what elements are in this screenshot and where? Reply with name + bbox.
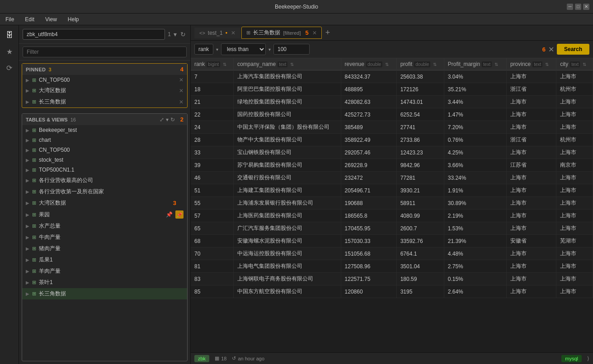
cell-profit-margin: 0.15% xyxy=(444,273,506,285)
table-row[interactable]: 21 绿地控股集团股份有限公司 428082.63 14743.01 3.44%… xyxy=(191,96,593,108)
grid-icon: ⊞ xyxy=(32,77,36,83)
pin-button[interactable]: 📌 xyxy=(175,210,184,219)
maximize-button[interactable]: □ xyxy=(575,4,581,10)
expand-all-icon[interactable]: ⤢ xyxy=(160,117,164,123)
table-row[interactable]: 51 上海建工集团股份有限公司 205496.71 3930.21 1.91% … xyxy=(191,184,593,197)
table-item[interactable]: ▶ ⊞ 水产总量 xyxy=(22,220,187,232)
expand-icon: ▶ xyxy=(26,201,29,205)
menu-view[interactable]: View xyxy=(43,15,59,23)
table-row[interactable]: 7 上海汽车集团股份有限公司 843324.37 25603.38 3.04% … xyxy=(191,70,593,83)
table-row[interactable]: 70 中远海运控股股份有限公司 151056.68 6764.1 4.48% 上… xyxy=(191,247,593,260)
sort-icon[interactable]: ⇅ xyxy=(223,62,226,67)
sort-icon[interactable]: ⇅ xyxy=(385,62,389,67)
table-row[interactable]: 39 苏宁易购集团股份有限公司 269228.9 9842.96 3.66% 江… xyxy=(191,159,593,172)
minimize-button[interactable]: ─ xyxy=(567,4,573,10)
db-refresh-button[interactable]: ↻ xyxy=(179,30,187,39)
col-rank: rank bigint ⇅ xyxy=(191,58,233,70)
col-name: rank xyxy=(194,61,205,67)
search-button[interactable]: Search xyxy=(557,44,589,55)
table-item[interactable]: ▶ ⊞ 猪肉产量 xyxy=(22,243,187,254)
pinned-item-cn-top500[interactable]: ▶ ⊞ CN_TOP500 ✕ xyxy=(22,75,187,85)
table-item[interactable]: ▶ ⊞ stock_test xyxy=(22,155,187,165)
cell-province: 上海市 xyxy=(506,260,556,273)
table-item[interactable]: ▶ ⊞ 各行业营收第一及所在国家 xyxy=(22,186,187,197)
cell-city: 上海市 xyxy=(556,70,593,83)
database-select[interactable]: zbk_utf8mb4 xyxy=(23,29,165,40)
history-icon[interactable]: ⟳ xyxy=(3,61,16,74)
sort-icon[interactable]: ⇅ xyxy=(494,62,498,67)
sidebar-filter-input[interactable] xyxy=(23,47,187,57)
database-icon[interactable]: 🗄 xyxy=(3,29,16,42)
pinned-item-changsan[interactable]: ▶ ⊞ 长三角数据 ✕ xyxy=(22,96,187,107)
table-item[interactable]: ▶ ⊞ 茶叶1 xyxy=(22,277,187,288)
sort-icon[interactable]: ⇅ xyxy=(290,62,294,67)
pinned-count: 3 xyxy=(49,67,52,72)
table-row[interactable]: 68 安徽海螺水泥股份有限公司 157030.33 33592.76 21.39… xyxy=(191,235,593,247)
menu-edit[interactable]: Edit xyxy=(23,15,36,23)
table-row[interactable]: 18 阿里巴巴集团控股有限公司 488895 172126 35.21% 浙江省… xyxy=(191,83,593,96)
tab-changsan[interactable]: ⊞ 长三角数据 [filtered] 5 ✕ xyxy=(241,27,321,39)
table-row[interactable]: 55 上海浦东发展银行股份有限公司 190688 58911 30.89% 上海… xyxy=(191,197,593,210)
sort-icon[interactable]: ⇅ xyxy=(433,62,437,67)
tab-close-btn[interactable]: ✕ xyxy=(231,30,235,36)
table-row[interactable]: 22 国药控股股份有限公司 425272.73 6252.54 1.47% 上海… xyxy=(191,108,593,121)
menu-file[interactable]: File xyxy=(4,15,16,23)
tab-close-btn[interactable]: ✕ xyxy=(312,30,317,36)
table-item[interactable]: ▶ ⊞ 瓜果1 xyxy=(22,254,187,266)
pinned-item-dayuan[interactable]: ▶ ⊞ 大湾区数据 ✕ xyxy=(22,85,187,96)
sort-icon[interactable]: ⇅ xyxy=(545,62,549,67)
cell-profit: 14743.01 xyxy=(396,96,444,108)
menu-help[interactable]: Help xyxy=(66,15,81,23)
table-item[interactable]: ▶ ⊞ Beekeeper_test xyxy=(22,125,187,135)
table-item[interactable]: ▶ ⊞ 牛肉产量 xyxy=(22,232,187,243)
cell-company: 安徽海螺水泥股份有限公司 xyxy=(233,235,341,247)
cell-revenue: 488895 xyxy=(341,83,396,96)
scroll-right-indicator[interactable]: ⟩ xyxy=(587,355,589,362)
filter-operator-select[interactable]: less than xyxy=(221,43,266,55)
collapse-icon[interactable]: ▾ xyxy=(166,117,169,123)
cell-profit: 3930.21 xyxy=(396,184,444,197)
table-row[interactable]: 81 上海电气集团股份有限公司 127508.96 3501.04 2.75% … xyxy=(191,260,593,273)
tab-test1[interactable]: <> test_1 ● ✕ xyxy=(194,28,240,38)
col-name: Profit_margin xyxy=(448,61,480,67)
expand-icon: ▶ xyxy=(26,148,29,153)
pinned-remove-btn[interactable]: ✕ xyxy=(179,77,184,83)
cell-revenue: 151056.68 xyxy=(341,247,396,260)
table-item[interactable]: ▶ ⊞ 羊肉产量 xyxy=(22,266,187,277)
table-row[interactable]: 24 中国太平洋保险（集团）股份有限公司 385489 27741 7.20% … xyxy=(191,121,593,134)
table-row[interactable]: 85 中国东方航空股份有限公司 120860 3195 2.64% 上海市 上海… xyxy=(191,285,593,298)
db-dropdown-button[interactable]: ▾ xyxy=(173,30,178,39)
table-item[interactable]: ▶ ⊞ 长三角数据 xyxy=(22,288,187,299)
filter-value-input[interactable] xyxy=(273,44,310,55)
table-item-name: 牛肉产量 xyxy=(39,233,184,241)
table-row[interactable]: 65 广汇汽车服务集团股份公司 170455.95 2600.7 1.53% 上… xyxy=(191,222,593,235)
table-item[interactable]: ▶ ⊞ CN_TOP500 xyxy=(22,145,187,155)
clear-filter-button[interactable]: ✕ xyxy=(548,45,554,54)
table-row[interactable]: 28 物产中大集团股份有限公司 358922.49 2733.86 0.76% … xyxy=(191,134,593,146)
table-item[interactable]: ▶ ⊞ 大湾区数据 3 xyxy=(22,197,187,209)
table-row[interactable]: 33 宝山钢铁股份有限公司 292057.46 12423.23 4.25% 上… xyxy=(191,146,593,159)
cell-revenue: 157030.33 xyxy=(341,235,396,247)
data-table: rank bigint ⇅ company_name text ⇅ xyxy=(191,58,593,298)
table-row[interactable]: 46 交通银行股份有限公司 232472 77281 33.24% 上海市 上海… xyxy=(191,172,593,184)
pinned-remove-btn[interactable]: ✕ xyxy=(179,88,184,94)
col-type: text xyxy=(532,61,542,67)
sort-icon[interactable]: ⇅ xyxy=(583,62,586,67)
pinned-remove-btn[interactable]: ✕ xyxy=(179,99,184,105)
table-item[interactable]: ▶ ⊞ TOP500CN1.1 xyxy=(22,165,187,175)
add-tab-button[interactable]: + xyxy=(323,28,333,37)
cell-profit-margin: 1.91% xyxy=(444,184,506,197)
db-engine-badge: mysql xyxy=(561,355,582,362)
close-button[interactable]: ✕ xyxy=(583,4,589,10)
table-row[interactable]: 83 上海钢联电子商务股份有限公司 122571.75 180.59 0.15%… xyxy=(191,273,593,285)
cell-city: 上海市 xyxy=(556,247,593,260)
table-row[interactable]: 57 上海医药集团股份有限公司 186565.8 4080.99 2.19% 上… xyxy=(191,210,593,222)
refresh-icon[interactable]: ↻ xyxy=(170,117,175,123)
pin-icon: 📌 xyxy=(166,211,173,218)
table-item[interactable]: ▶ ⊞ 各行业营收最高的公司 xyxy=(22,175,187,186)
filter-column-select[interactable]: rank xyxy=(194,44,213,55)
star-icon[interactable]: ★ xyxy=(3,45,16,58)
table-item[interactable]: ▶ ⊞ chart xyxy=(22,135,187,145)
cell-company: 上海建工集团股份有限公司 xyxy=(233,184,341,197)
table-item[interactable]: ▶ ⊞ 果园 📌 📌 xyxy=(22,209,187,220)
